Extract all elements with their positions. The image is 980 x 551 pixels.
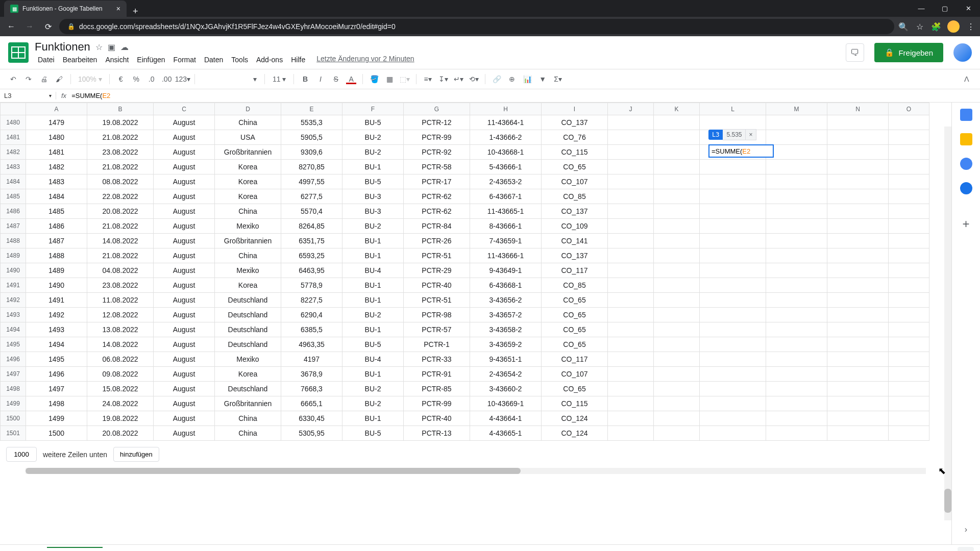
cell[interactable] [608, 367, 654, 382]
cell[interactable]: BU-3 [342, 204, 404, 219]
cell[interactable]: PCTR-58 [404, 160, 470, 174]
row-header[interactable]: 1493 [1, 308, 26, 322]
cell[interactable]: BU-2 [342, 308, 404, 322]
cell[interactable]: CO_65 [542, 293, 608, 308]
cell[interactable]: Deutschland [215, 382, 281, 396]
cell[interactable]: 21.08.2022 [87, 160, 154, 174]
filter-button[interactable]: ▼ [535, 72, 550, 86]
cell[interactable]: CO_109 [542, 219, 608, 234]
font-select[interactable]: ▾ [199, 74, 260, 84]
cell[interactable] [654, 145, 700, 160]
bold-button[interactable]: B [298, 72, 312, 86]
row-header[interactable]: 1498 [1, 382, 26, 396]
cell[interactable]: 6330,45 [281, 411, 342, 426]
add-rows-button[interactable]: hinzufügen [113, 447, 159, 462]
cell[interactable]: BU-4 [342, 352, 404, 367]
cell[interactable]: August [154, 352, 215, 367]
cell[interactable]: 3-43659-2 [470, 337, 542, 352]
cell[interactable]: 1497 [26, 382, 87, 396]
cell[interactable]: 12.08.2022 [87, 308, 154, 322]
cell[interactable]: Korea [215, 174, 281, 189]
horizontal-scrollbar[interactable] [26, 468, 926, 474]
cell[interactable]: 4-43664-1 [470, 411, 542, 426]
rotate-button[interactable]: ⟲▾ [467, 72, 481, 86]
cell[interactable]: 15.08.2022 [87, 382, 154, 396]
column-header[interactable]: M [766, 103, 827, 115]
row-header[interactable]: 1488 [1, 234, 26, 248]
cell[interactable] [608, 278, 654, 293]
cell[interactable] [608, 130, 654, 145]
cell[interactable] [608, 411, 654, 426]
cell[interactable] [654, 189, 700, 204]
cell[interactable] [700, 204, 766, 219]
cell[interactable] [700, 411, 766, 426]
close-window-button[interactable]: ✕ [957, 0, 980, 16]
spreadsheet-grid[interactable]: ABCDEFGHIJKLMNO1480147919.08.2022AugustC… [0, 103, 951, 544]
cell[interactable]: PCTR-92 [404, 145, 470, 160]
cell[interactable] [827, 396, 889, 411]
functions-button[interactable]: Σ▾ [551, 72, 565, 86]
cell[interactable]: 1489 [26, 263, 87, 278]
cell[interactable]: CO_107 [542, 367, 608, 382]
row-header[interactable]: 1484 [1, 174, 26, 189]
cell[interactable]: China [215, 248, 281, 263]
cell[interactable] [889, 352, 929, 367]
cell[interactable]: 6665,1 [281, 396, 342, 411]
cell[interactable]: Korea [215, 367, 281, 382]
cell[interactable] [700, 263, 766, 278]
sheet-tab-funktionen[interactable]: Funktionen ▾ [47, 547, 103, 552]
cell[interactable]: CO_115 [542, 396, 608, 411]
calendar-icon[interactable] [960, 109, 972, 121]
cell[interactable] [700, 293, 766, 308]
cell[interactable]: 1479 [26, 115, 87, 130]
column-header[interactable]: L [700, 103, 766, 115]
cell[interactable]: 1485 [26, 204, 87, 219]
menu-einfuegen[interactable]: Einfügen [134, 55, 168, 65]
cell[interactable]: PCTR-85 [404, 382, 470, 396]
cell[interactable]: 5905,5 [281, 130, 342, 145]
cell[interactable]: PCTR-1 [404, 337, 470, 352]
row-header[interactable]: 1490 [1, 263, 26, 278]
last-edit-link[interactable]: Letzte Änderung vor 2 Minuten [316, 55, 414, 65]
cell[interactable] [700, 234, 766, 248]
cell[interactable] [889, 189, 929, 204]
cell[interactable]: 1495 [26, 352, 87, 367]
maximize-button[interactable]: ▢ [933, 0, 957, 16]
cell[interactable] [654, 234, 700, 248]
row-header[interactable]: 1492 [1, 293, 26, 308]
cell[interactable]: 5-43666-1 [470, 160, 542, 174]
cell[interactable]: 1496 [26, 367, 87, 382]
cell[interactable]: BU-1 [342, 411, 404, 426]
zoom-select[interactable]: 100% ▾ [75, 75, 105, 83]
cell[interactable] [654, 160, 700, 174]
cell[interactable]: 20.08.2022 [87, 426, 154, 441]
cell[interactable] [608, 248, 654, 263]
cell[interactable]: BU-1 [342, 234, 404, 248]
cell[interactable] [608, 396, 654, 411]
cell[interactable] [608, 234, 654, 248]
share-button[interactable]: 🔒 Freigeben [874, 43, 943, 62]
cell[interactable] [827, 352, 889, 367]
cell[interactable] [889, 278, 929, 293]
cell[interactable] [700, 219, 766, 234]
cell[interactable] [700, 174, 766, 189]
account-avatar[interactable] [953, 43, 972, 62]
cell[interactable] [700, 337, 766, 352]
column-header[interactable]: A [26, 103, 87, 115]
cell[interactable]: 1487 [26, 234, 87, 248]
cell[interactable]: 1483 [26, 174, 87, 189]
cell[interactable]: August [154, 411, 215, 426]
cell[interactable]: China [215, 204, 281, 219]
cell[interactable]: 5305,95 [281, 426, 342, 441]
cell[interactable]: August [154, 204, 215, 219]
undo-button[interactable]: ↶ [6, 72, 20, 86]
row-header[interactable]: 1483 [1, 160, 26, 174]
add-sheet-button[interactable]: + [6, 547, 22, 552]
cell[interactable]: PCTR-98 [404, 308, 470, 322]
cell[interactable]: 9-43649-1 [470, 263, 542, 278]
cell[interactable] [889, 367, 929, 382]
cell[interactable] [654, 130, 700, 145]
row-header[interactable]: 1494 [1, 322, 26, 337]
cell[interactable]: CO_117 [542, 352, 608, 367]
cell[interactable]: 23.08.2022 [87, 145, 154, 160]
